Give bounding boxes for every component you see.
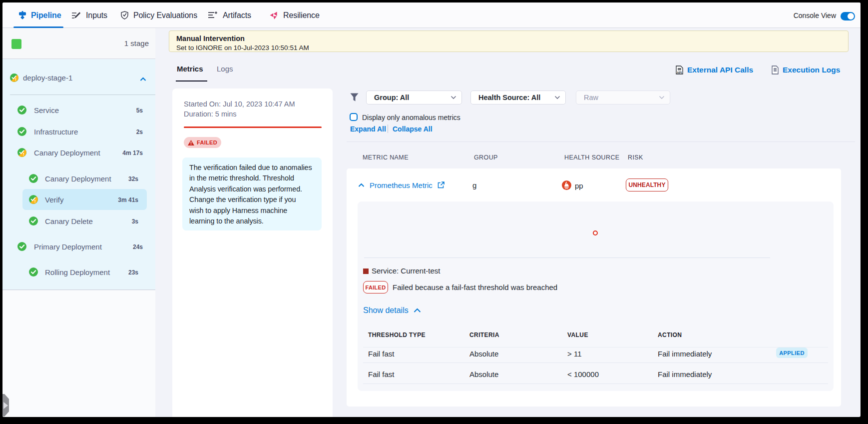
svg-text:API: API (677, 71, 682, 74)
